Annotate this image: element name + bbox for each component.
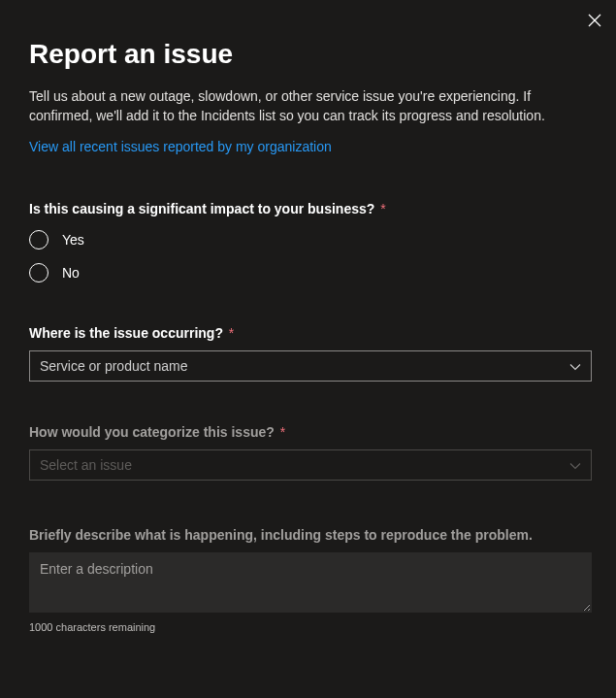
- panel-intro: Tell us about a new outage, slowdown, or…: [29, 87, 572, 125]
- close-button[interactable]: [587, 14, 602, 29]
- location-section: Where is the issue occurring? * Service …: [29, 325, 587, 382]
- close-icon: [588, 16, 601, 30]
- description-section: Briefly describe what is happening, incl…: [29, 527, 587, 633]
- description-textarea[interactable]: [29, 552, 592, 613]
- category-label-text: How would you categorize this issue?: [29, 424, 275, 440]
- panel-title: Report an issue: [29, 39, 587, 70]
- category-placeholder: Select an issue: [40, 457, 132, 473]
- char-count: 1000 characters remaining: [29, 621, 587, 633]
- location-select[interactable]: Service or product name: [29, 350, 592, 382]
- chevron-down-icon: [569, 358, 581, 374]
- chevron-down-icon: [569, 457, 581, 473]
- required-marker: *: [229, 325, 234, 341]
- location-label: Where is the issue occurring? *: [29, 325, 587, 341]
- description-label: Briefly describe what is happening, incl…: [29, 527, 533, 543]
- radio-label-yes: Yes: [62, 232, 84, 248]
- report-issue-panel: Report an issue Tell us about a new outa…: [0, 0, 616, 652]
- impact-label: Is this causing a significant impact to …: [29, 201, 587, 216]
- radio-label-no: No: [62, 265, 80, 281]
- radio-icon: [29, 263, 49, 283]
- view-recent-issues-link[interactable]: View all recent issues reported by my or…: [29, 139, 332, 154]
- category-section: How would you categorize this issue? * S…: [29, 424, 587, 481]
- required-marker: *: [380, 201, 385, 216]
- location-placeholder: Service or product name: [40, 358, 188, 374]
- impact-radio-group: Yes No: [29, 230, 587, 283]
- location-label-text: Where is the issue occurring?: [29, 325, 223, 341]
- radio-icon: [29, 230, 49, 249]
- category-select: Select an issue: [29, 449, 592, 481]
- impact-label-text: Is this causing a significant impact to …: [29, 201, 374, 216]
- impact-no-radio[interactable]: No: [29, 263, 587, 283]
- category-label: How would you categorize this issue? *: [29, 424, 587, 440]
- impact-section: Is this causing a significant impact to …: [29, 201, 587, 283]
- required-marker: *: [280, 424, 285, 440]
- impact-yes-radio[interactable]: Yes: [29, 230, 587, 249]
